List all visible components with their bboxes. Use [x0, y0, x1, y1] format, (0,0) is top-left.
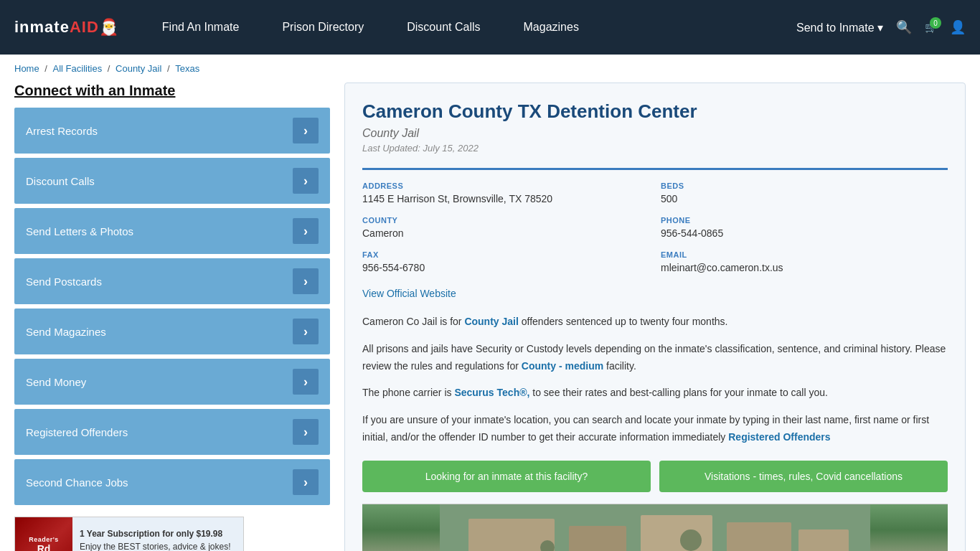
sidebar-item-label: Registered Offenders [26, 426, 128, 438]
fax-block: FAX 956-554-6780 [362, 250, 649, 273]
address-value: 1145 E Harrison St, Brownsville, TX 7852… [362, 193, 649, 204]
logo[interactable]: inmateAID🎅 [14, 18, 119, 37]
sidebar-item-label: Arrest Records [26, 125, 98, 137]
arrow-icon: › [293, 118, 319, 143]
main-nav: Find An Inmate Prison Directory Discount… [141, 21, 796, 34]
facility-description: Cameron Co Jail is for County Jail offen… [362, 314, 948, 446]
sidebar-item-label: Send Postcards [26, 276, 102, 288]
arrow-icon: › [293, 168, 319, 194]
sidebar-item-send-letters[interactable]: Send Letters & Photos › [14, 208, 330, 254]
county-block: COUNTY Cameron [362, 216, 649, 239]
cart-badge: 0 [930, 17, 941, 29]
arrow-icon: › [293, 469, 319, 495]
facility-image [362, 504, 948, 551]
breadcrumb-home[interactable]: Home [14, 63, 39, 74]
site-header: inmateAID🎅 Find An Inmate Prison Directo… [0, 0, 980, 55]
sidebar-item-send-money[interactable]: Send Money › [14, 359, 330, 405]
svg-point-7 [680, 529, 702, 551]
sidebar-item-label: Second Chance Jobs [26, 476, 128, 489]
registered-offenders-link[interactable]: Registered Offenders [728, 431, 830, 443]
phone-value: 956-544-0865 [661, 227, 948, 239]
action-buttons: Looking for an inmate at this facility? … [362, 461, 948, 492]
email-label: EMAIL [661, 250, 948, 259]
sidebar-item-registered-offenders[interactable]: Registered Offenders › [14, 409, 330, 455]
desc-paragraph-2: All prisons and jails have Security or C… [362, 341, 948, 375]
svg-rect-4 [727, 522, 791, 551]
ad-image: Reader's Rd Digest [15, 517, 72, 551]
svg-rect-2 [569, 526, 626, 551]
arrow-icon: › [293, 218, 319, 244]
sidebar-item-second-chance-jobs[interactable]: Second Chance Jobs › [14, 459, 330, 505]
arrow-icon: › [293, 319, 319, 344]
sidebar-item-label: Discount Calls [26, 175, 95, 187]
nav-magazines[interactable]: Magazines [502, 21, 600, 34]
sidebar-item-label: Send Letters & Photos [26, 225, 133, 237]
main-content: Connect with an Inmate Arrest Records › … [0, 83, 980, 551]
user-icon[interactable]: 👤 [950, 19, 966, 35]
arrow-icon: › [293, 419, 319, 445]
sidebar-item-label: Send Money [26, 376, 86, 388]
header-actions: Send to Inmate ▾ 🔍 🛒0 👤 [796, 19, 966, 35]
facility-info-grid: ADDRESS 1145 E Harrison St, Brownsville,… [362, 168, 948, 273]
email-block: EMAIL mleinart@co.cameron.tx.us [661, 250, 948, 273]
sidebar-item-send-magazines[interactable]: Send Magazines › [14, 309, 330, 354]
fax-label: FAX [362, 250, 649, 259]
county-medium-link[interactable]: County - medium [522, 360, 603, 372]
ad-text: 1 Year Subscription for only $19.98 Enjo… [72, 523, 243, 551]
svg-rect-5 [798, 529, 849, 551]
breadcrumb-all-facilities[interactable]: All Facilities [53, 63, 103, 74]
county-value: Cameron [362, 227, 649, 239]
send-to-inmate-button[interactable]: Send to Inmate ▾ [796, 21, 883, 34]
county-jail-link[interactable]: County Jail [464, 316, 518, 327]
ad-banner: Reader's Rd Digest 1 Year Subscription f… [14, 517, 244, 551]
email-value: mleinart@co.cameron.tx.us [661, 262, 948, 273]
arrow-icon: › [293, 268, 319, 294]
connect-title: Connect with an Inmate [14, 83, 330, 99]
svg-rect-3 [641, 515, 712, 551]
breadcrumb: Home / All Facilities / County Jail / Te… [0, 55, 980, 83]
cart-button[interactable]: 🛒0 [925, 22, 937, 33]
nav-find-inmate[interactable]: Find An Inmate [141, 21, 261, 34]
breadcrumb-state[interactable]: Texas [175, 63, 199, 74]
securus-link[interactable]: Securus Tech®, [454, 387, 529, 398]
sidebar-item-discount-calls[interactable]: Discount Calls › [14, 158, 330, 204]
desc-paragraph-4: If you are unsure of your inmate's locat… [362, 412, 948, 446]
sidebar-item-label: Send Magazines [26, 326, 106, 338]
phone-block: PHONE 956-544-0865 [661, 216, 948, 239]
address-block: ADDRESS 1145 E Harrison St, Brownsville,… [362, 182, 649, 204]
last-updated: Last Updated: July 15, 2022 [362, 143, 948, 154]
logo-text: inmateAID🎅 [14, 18, 119, 37]
fax-value: 956-554-6780 [362, 262, 649, 273]
arrow-icon: › [293, 369, 319, 395]
beds-block: BEDS 500 [661, 182, 948, 204]
nav-discount-calls[interactable]: Discount Calls [385, 21, 501, 34]
breadcrumb-county-jail[interactable]: County Jail [116, 63, 161, 74]
search-icon[interactable]: 🔍 [896, 19, 912, 35]
county-label: COUNTY [362, 216, 649, 225]
desc-paragraph-1: Cameron Co Jail is for County Jail offen… [362, 314, 948, 331]
address-label: ADDRESS [362, 182, 649, 190]
facility-type: County Jail [362, 127, 948, 140]
nav-prison-directory[interactable]: Prison Directory [260, 21, 385, 34]
ad-tagline: 1 Year Subscription for only $19.98 [80, 529, 236, 539]
visitations-button[interactable]: Visitations - times, rules, Covid cancel… [659, 461, 948, 492]
sidebar-item-send-postcards[interactable]: Send Postcards › [14, 258, 330, 304]
official-website-link[interactable]: View Official Website [362, 288, 456, 299]
looking-for-inmate-button[interactable]: Looking for an inmate at this facility? [362, 461, 651, 492]
sidebar-menu: Arrest Records › Discount Calls › Send L… [14, 108, 330, 505]
ad-description: Enjoy the BEST stories, advice & jokes! [80, 542, 231, 551]
sidebar: Connect with an Inmate Arrest Records › … [14, 83, 330, 551]
facility-content: Cameron County TX Detention Center Count… [344, 83, 966, 551]
sidebar-item-arrest-records[interactable]: Arrest Records › [14, 108, 330, 154]
beds-value: 500 [661, 193, 948, 204]
facility-title: Cameron County TX Detention Center [362, 100, 948, 123]
desc-paragraph-3: The phone carrier is Securus Tech®, to s… [362, 385, 948, 402]
phone-label: PHONE [661, 216, 948, 225]
beds-label: BEDS [661, 182, 948, 190]
